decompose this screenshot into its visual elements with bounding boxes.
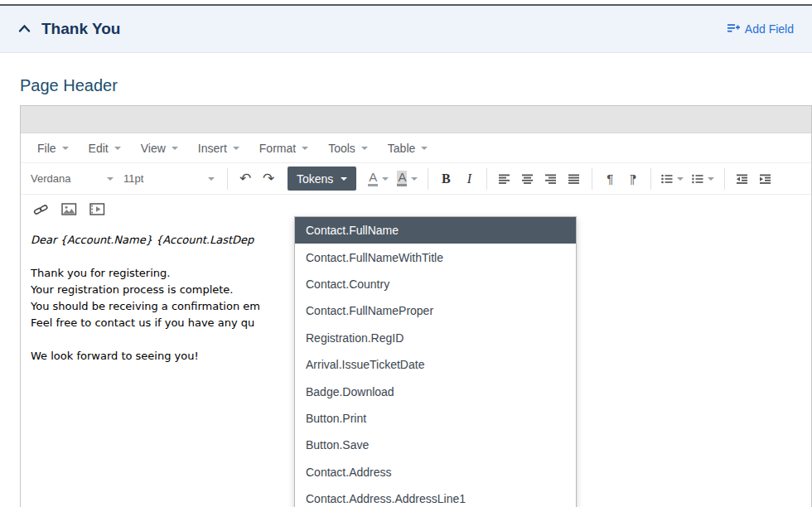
chevron-down-icon	[421, 147, 428, 150]
rtl-paragraph-icon: ¶	[630, 171, 636, 186]
menu-table[interactable]: Table	[378, 133, 437, 162]
chevron-down-icon	[208, 177, 215, 181]
align-justify-icon	[568, 174, 580, 184]
menu-view[interactable]: View	[131, 133, 188, 162]
bullet-list-icon	[661, 174, 673, 184]
token-menu-item[interactable]: Contact.Address	[295, 459, 576, 485]
increase-indent-button[interactable]	[754, 167, 777, 191]
token-menu-item[interactable]: Contact.Address.AddressLine1	[295, 485, 576, 507]
token-menu-item[interactable]: Registration.RegID	[295, 325, 576, 351]
editor-toolbar-main: Verdana 11pt ↶ ↷ Tokens A A B I	[21, 162, 811, 194]
menu-tools-label: Tools	[328, 142, 355, 155]
chevron-down-icon	[341, 177, 347, 181]
chevron-down-icon	[233, 147, 239, 150]
menu-insert-label: Insert	[198, 142, 227, 155]
text-color-icon: A	[368, 171, 378, 187]
section-title: Thank You	[41, 20, 120, 38]
decrease-indent-button[interactable]	[731, 167, 754, 191]
chevron-down-icon	[411, 177, 418, 181]
align-right-icon	[545, 174, 557, 184]
align-left-button[interactable]	[493, 167, 516, 191]
numbered-list-button[interactable]	[688, 167, 718, 191]
link-icon	[33, 203, 49, 216]
align-right-button[interactable]	[539, 167, 563, 191]
chevron-down-icon	[677, 177, 684, 181]
font-family-select[interactable]: Verdana	[27, 167, 120, 191]
token-menu-item[interactable]: Contact.FullName	[295, 217, 576, 244]
font-size-value: 11pt	[123, 172, 143, 185]
tokens-dropdown-button[interactable]: Tokens	[288, 167, 356, 191]
undo-button[interactable]: ↶	[234, 167, 257, 191]
token-menu-item[interactable]: Button.Print	[295, 405, 576, 432]
background-color-icon: A	[397, 171, 407, 187]
chevron-down-icon	[361, 147, 368, 150]
toolbar-separator	[428, 168, 428, 190]
tokens-button-label: Tokens	[297, 172, 333, 186]
undo-icon: ↶	[239, 170, 251, 187]
editor-menubar: File Edit View Insert Format Tools Table	[21, 133, 811, 162]
insert-media-button[interactable]	[85, 198, 109, 221]
rtl-paragraph-button[interactable]: ¶	[621, 167, 645, 191]
bold-button[interactable]: B	[434, 167, 457, 191]
numbered-list-icon	[692, 174, 703, 184]
add-field-button[interactable]: Add Field	[727, 22, 794, 36]
token-menu-item[interactable]: Arrival.IssueTicketDate	[295, 351, 576, 378]
insert-link-button[interactable]	[29, 198, 52, 221]
accordion-title-group[interactable]: Thank You	[18, 20, 120, 38]
chevron-down-icon	[107, 177, 114, 181]
menu-edit-label: Edit	[89, 142, 109, 155]
toolbar-separator	[486, 168, 487, 190]
align-center-button[interactable]	[516, 167, 539, 191]
page-header-title: Page Header	[20, 76, 118, 95]
chevron-down-icon	[382, 177, 389, 181]
font-family-value: Verdana	[31, 172, 70, 185]
image-icon	[61, 203, 77, 215]
text-color-button[interactable]: A	[364, 167, 393, 191]
token-menu-item[interactable]: Badge.Download	[295, 378, 576, 404]
menu-file-label: File	[37, 142, 56, 155]
menu-table-label: Table	[388, 142, 415, 155]
toolbar-separator	[592, 168, 592, 190]
menu-format[interactable]: Format	[249, 133, 318, 162]
menu-file[interactable]: File	[27, 133, 79, 162]
bold-icon: B	[442, 171, 451, 186]
background-color-button[interactable]: A	[393, 167, 422, 191]
token-menu-item[interactable]: Contact.Country	[295, 271, 576, 297]
redo-icon: ↷	[263, 170, 274, 187]
chevron-down-icon	[62, 147, 69, 150]
editor-top-strip	[21, 106, 811, 133]
chevron-down-icon	[172, 147, 178, 150]
token-menu-item[interactable]: Button.Save	[295, 432, 576, 458]
align-left-icon	[499, 174, 510, 184]
font-size-select[interactable]: 11pt	[120, 167, 221, 191]
chevron-down-icon	[302, 147, 308, 150]
bullet-list-button[interactable]	[657, 167, 688, 191]
toolbar-separator	[650, 168, 651, 190]
section-accordion-header: Thank You Add Field	[0, 6, 812, 53]
insert-image-button[interactable]	[57, 198, 80, 221]
chevron-down-icon	[708, 177, 714, 181]
token-menu-item[interactable]: Contact.FullNameWithTitle	[295, 244, 576, 270]
menu-tools[interactable]: Tools	[318, 133, 378, 162]
italic-button[interactable]: I	[457, 167, 481, 191]
toolbar-separator	[227, 168, 228, 190]
media-icon	[89, 203, 105, 215]
align-justify-button[interactable]	[563, 167, 586, 191]
decrease-indent-icon	[737, 174, 748, 184]
menu-insert[interactable]: Insert	[188, 133, 249, 162]
menu-edit[interactable]: Edit	[79, 133, 131, 162]
menu-format-label: Format	[259, 142, 296, 155]
add-field-icon	[727, 22, 740, 36]
chevron-up-icon[interactable]	[18, 22, 31, 36]
chevron-down-icon	[114, 147, 121, 150]
redo-button[interactable]: ↷	[257, 167, 280, 191]
align-center-icon	[522, 174, 534, 184]
token-menu-item[interactable]: Contact.FullNameProper	[295, 297, 576, 324]
toolbar-separator	[724, 168, 725, 190]
add-field-label: Add Field	[745, 22, 794, 36]
menu-view-label: View	[141, 142, 166, 155]
tokens-dropdown-menu: Contact.FullName Contact.FullNameWithTit…	[294, 216, 577, 507]
italic-icon: I	[467, 171, 471, 186]
ltr-paragraph-button[interactable]: ¶	[598, 167, 621, 191]
ltr-paragraph-icon: ¶	[607, 171, 613, 186]
